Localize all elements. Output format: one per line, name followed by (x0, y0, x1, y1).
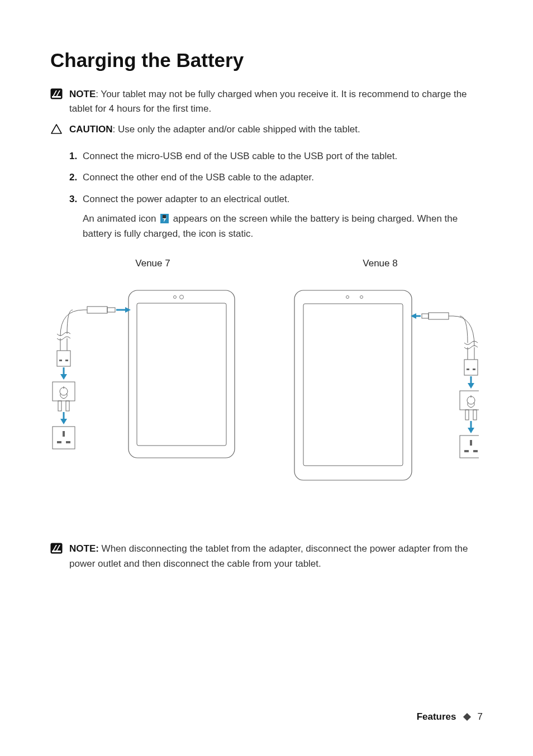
svg-rect-42 (470, 440, 472, 446)
diagram-area-right (278, 285, 483, 486)
svg-rect-8 (107, 308, 115, 312)
svg-rect-13 (59, 360, 62, 361)
svg-rect-39 (465, 410, 469, 420)
svg-rect-14 (65, 360, 68, 361)
caution-icon (50, 122, 69, 135)
diagram-venue-7: Venue 7 (50, 258, 255, 486)
svg-rect-46 (52, 551, 61, 552)
svg-rect-29 (422, 314, 429, 318)
footer-section: Features (417, 711, 456, 722)
page-heading: Charging the Battery (50, 49, 483, 71)
diagram-row: Venue 7 (50, 258, 483, 486)
svg-rect-22 (57, 441, 61, 443)
footer-diamond-icon (463, 713, 470, 721)
step-3: Connect the power adapter to an electric… (69, 192, 483, 242)
svg-rect-28 (429, 313, 449, 319)
diagram-area-left (50, 285, 255, 486)
svg-point-37 (467, 396, 475, 404)
svg-rect-20 (53, 427, 75, 449)
caution-label: CAUTION (69, 124, 112, 135)
diagram-label-left: Venue 7 (135, 258, 170, 269)
svg-point-27 (360, 296, 363, 299)
svg-rect-12 (57, 351, 70, 366)
charging-icon (160, 214, 169, 223)
svg-point-16 (60, 387, 68, 395)
svg-rect-25 (303, 304, 403, 466)
note-icon (50, 542, 69, 554)
diagram-venue-8: Venue 8 (278, 258, 483, 486)
note2-body: When disconnecting the tablet from the a… (69, 543, 468, 568)
diagram-label-right: Venue 8 (363, 258, 397, 269)
note-callout: NOTE: Your tablet may not be fully charg… (50, 87, 483, 117)
step-3-sub-a: An animated icon (83, 213, 159, 224)
svg-point-26 (346, 296, 349, 299)
footer-page-number: 7 (478, 711, 483, 722)
note2-label: NOTE: (69, 543, 99, 554)
svg-rect-19 (66, 401, 69, 411)
svg-rect-23 (66, 441, 70, 443)
svg-rect-41 (460, 436, 479, 458)
svg-rect-7 (87, 307, 107, 313)
svg-rect-4 (137, 303, 226, 446)
svg-rect-35 (473, 369, 475, 370)
svg-rect-33 (464, 360, 478, 375)
svg-point-6 (180, 295, 184, 299)
svg-rect-1 (52, 96, 61, 98)
note-callout-2: NOTE: When disconnecting the tablet from… (50, 542, 483, 571)
svg-rect-3 (129, 290, 235, 458)
svg-rect-18 (58, 401, 61, 411)
svg-rect-24 (294, 290, 412, 480)
note-icon (50, 87, 69, 99)
svg-rect-34 (467, 369, 469, 370)
caution-text: CAUTION: Use only the adapter and/or cab… (69, 122, 483, 137)
steps-list: Connect the micro-USB end of the USB cab… (69, 149, 483, 241)
note-label: NOTE (69, 89, 96, 99)
svg-rect-15 (53, 382, 75, 401)
note-text: NOTE: Your tablet may not be fully charg… (69, 87, 483, 117)
step-1: Connect the micro-USB end of the USB cab… (69, 149, 483, 164)
svg-rect-21 (63, 431, 65, 437)
note-body: : Your tablet may not be fully charged w… (69, 89, 467, 114)
svg-rect-43 (464, 450, 469, 452)
svg-point-5 (174, 296, 177, 299)
note2-text: NOTE: When disconnecting the tablet from… (69, 542, 483, 571)
caution-body: : Use only the adapter and/or cable ship… (112, 124, 360, 135)
step-3-sub: An animated icon appears on the screen w… (83, 211, 483, 241)
step-2: Connect the other end of the USB cable t… (69, 170, 483, 185)
caution-callout: CAUTION: Use only the adapter and/or cab… (50, 122, 483, 137)
page-footer: Features 7 (417, 711, 483, 722)
svg-rect-40 (473, 410, 477, 420)
step-3-text: Connect the power adapter to an electric… (83, 194, 289, 204)
svg-rect-44 (473, 450, 478, 452)
